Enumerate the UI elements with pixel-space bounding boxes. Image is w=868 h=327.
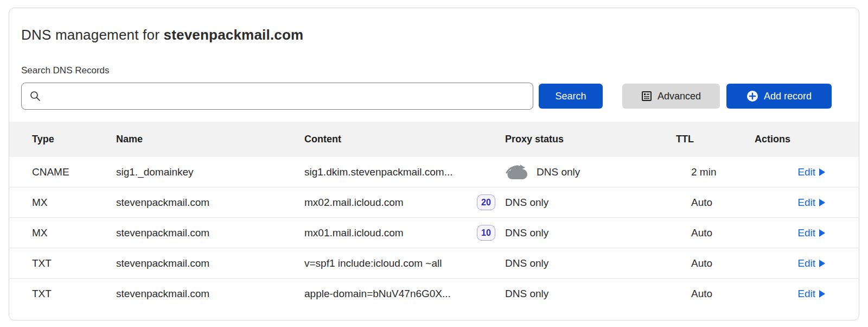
cell-content: mx02.mail.icloud.com 20: [304, 194, 505, 210]
cell-proxy-status: DNS only: [505, 197, 676, 209]
cell-actions: Edit: [745, 288, 825, 300]
edit-link-label: Edit: [797, 166, 815, 178]
cell-type: CNAME: [32, 166, 116, 178]
cell-proxy-label: DNS only: [505, 257, 548, 269]
advanced-button[interactable]: Advanced: [622, 84, 720, 109]
chevron-right-icon: [819, 260, 825, 267]
cell-proxy-label: DNS only: [505, 197, 548, 209]
content-text: sig1.dkim.stevenpackmail.com...: [304, 166, 453, 178]
edit-link[interactable]: Edit: [797, 227, 825, 239]
cell-type: TXT: [32, 288, 116, 300]
search-row: Search Advanced Add record: [21, 83, 847, 110]
content-text: v=spf1 include:icloud.com ~all: [304, 257, 442, 269]
priority-badge: 10: [477, 225, 495, 241]
dns-management-card: DNS management for stevenpackmail.com Se…: [9, 8, 859, 320]
cell-content: sig1.dkim.stevenpackmail.com...: [304, 166, 505, 178]
cell-type: TXT: [32, 257, 116, 269]
table-row: MX stevenpackmail.com mx01.mail.icloud.c…: [9, 218, 859, 248]
list-icon: [641, 91, 652, 102]
edit-link-label: Edit: [797, 288, 815, 300]
column-header-type: Type: [32, 134, 116, 145]
cell-proxy-status: DNS only: [505, 227, 676, 239]
search-input[interactable]: [41, 83, 533, 109]
cell-name: stevenpackmail.com: [116, 227, 304, 239]
table-row: TXT stevenpackmail.com apple-domain=bNuV…: [9, 279, 859, 309]
cell-content: v=spf1 include:icloud.com ~all: [304, 257, 505, 269]
priority-badge: 20: [477, 194, 495, 210]
column-header-actions: Actions: [745, 134, 825, 145]
cell-content: apple-domain=bNuV47n6G0X...: [304, 288, 505, 300]
edit-link[interactable]: Edit: [797, 288, 825, 300]
cell-proxy-label: DNS only: [505, 288, 548, 300]
cell-actions: Edit: [745, 166, 825, 178]
content-text: mx01.mail.icloud.com: [304, 227, 404, 239]
cell-actions: Edit: [745, 257, 825, 269]
page-title: DNS management for stevenpackmail.com: [21, 27, 847, 43]
add-record-button-label: Add record: [764, 91, 812, 102]
edit-link-label: Edit: [797, 197, 815, 209]
search-label: Search DNS Records: [21, 65, 847, 76]
page-title-domain: stevenpackmail.com: [163, 27, 303, 43]
page-title-prefix: DNS management for: [21, 27, 163, 43]
cell-ttl: Auto: [676, 257, 745, 269]
cell-proxy-label: DNS only: [505, 227, 548, 239]
edit-link[interactable]: Edit: [797, 166, 825, 178]
advanced-button-label: Advanced: [658, 91, 701, 102]
search-section: Search DNS Records Search Advanced: [21, 65, 847, 110]
column-header-name: Name: [116, 134, 304, 145]
search-icon: [29, 90, 41, 102]
cell-type: MX: [32, 227, 116, 239]
cell-ttl: Auto: [676, 197, 745, 209]
edit-link-label: Edit: [797, 257, 815, 269]
edit-link[interactable]: Edit: [797, 257, 825, 269]
add-record-button[interactable]: Add record: [726, 84, 832, 109]
table-row: MX stevenpackmail.com mx02.mail.icloud.c…: [9, 187, 859, 218]
table-header-row: Type Name Content Proxy status TTL Actio…: [9, 122, 859, 157]
content-text: apple-domain=bNuV47n6G0X...: [304, 288, 451, 300]
cell-type: MX: [32, 197, 116, 209]
cell-ttl: Auto: [676, 288, 745, 300]
edit-link-label: Edit: [797, 227, 815, 239]
chevron-right-icon: [819, 290, 825, 298]
cell-actions: Edit: [745, 227, 825, 239]
cell-ttl: 2 min: [676, 166, 745, 178]
edit-link[interactable]: Edit: [797, 197, 825, 209]
cell-proxy-status: DNS only: [505, 164, 676, 180]
cell-proxy-label: DNS only: [537, 166, 580, 178]
chevron-right-icon: [819, 229, 825, 237]
cell-ttl: Auto: [676, 227, 745, 239]
table-body: CNAME sig1._domainkey sig1.dkim.stevenpa…: [9, 157, 859, 309]
cell-content: mx01.mail.icloud.com 10: [304, 225, 505, 241]
column-header-content: Content: [304, 134, 505, 145]
search-box[interactable]: [21, 83, 533, 110]
chevron-right-icon: [819, 199, 825, 206]
chevron-right-icon: [819, 168, 825, 176]
cell-actions: Edit: [745, 197, 825, 209]
column-header-proxy-status: Proxy status: [505, 134, 676, 145]
table-row: CNAME sig1._domainkey sig1.dkim.stevenpa…: [9, 157, 859, 187]
plus-circle-icon: [746, 90, 758, 102]
column-header-ttl: TTL: [676, 134, 745, 145]
cell-name: stevenpackmail.com: [116, 288, 304, 300]
cell-proxy-status: DNS only: [505, 257, 676, 269]
content-text: mx02.mail.icloud.com: [304, 197, 404, 209]
dns-records-table: Type Name Content Proxy status TTL Actio…: [9, 122, 859, 309]
cell-name: sig1._domainkey: [116, 166, 304, 178]
search-button[interactable]: Search: [539, 84, 603, 109]
proxy-cloud-icon: [505, 164, 529, 180]
cell-proxy-status: DNS only: [505, 288, 676, 300]
cell-name: stevenpackmail.com: [116, 257, 304, 269]
cell-name: stevenpackmail.com: [116, 197, 304, 209]
table-row: TXT stevenpackmail.com v=spf1 include:ic…: [9, 248, 859, 279]
